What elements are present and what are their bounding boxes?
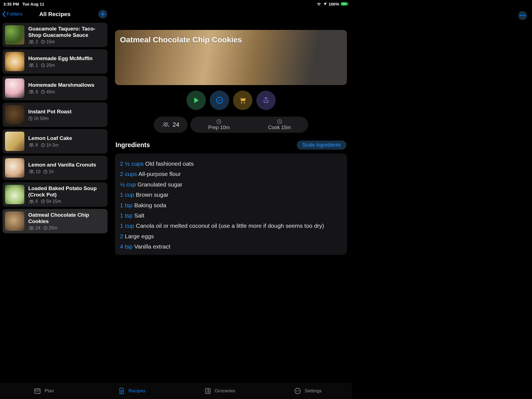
recipe-thumb: [5, 132, 24, 151]
svg-point-13: [32, 90, 33, 92]
recipe-item-title: Guacamole Taquero: Taco-Shop Guacamole S…: [28, 25, 104, 38]
recipe-thumb: [5, 52, 24, 71]
recipe-list-item[interactable]: Homemade Marshmallows 945m: [2, 76, 108, 100]
clock-icon: [216, 119, 221, 124]
svg-point-26: [32, 226, 33, 228]
ingredient-line[interactable]: 2 ½ cups Old fashioned oats: [120, 158, 342, 169]
svg-point-31: [164, 123, 165, 124]
svg-point-16: [30, 144, 31, 145]
action-row: [115, 91, 347, 110]
recipe-thumb: [5, 211, 24, 231]
time-pill: Prep 10m Cook 15m: [190, 117, 308, 133]
clock-icon: [277, 119, 282, 124]
time-meta: 5h 15m: [41, 199, 61, 204]
servings-meta: 8: [28, 143, 38, 148]
servings-meta: 24: [28, 226, 40, 231]
recipe-list-item[interactable]: Instant Pot Roast 1h 50m: [2, 103, 108, 127]
servings-meta: 9: [28, 89, 38, 94]
servings-meta: 10: [28, 169, 40, 174]
back-label: Folders: [7, 11, 22, 17]
recipe-item-title: Loaded Baked Potato Soup (Crock Pot): [28, 185, 104, 198]
svg-point-20: [32, 170, 33, 172]
ingredient-name: Old fashioned oats: [145, 160, 194, 167]
svg-point-32: [166, 123, 168, 124]
svg-point-19: [30, 170, 31, 172]
svg-point-12: [30, 90, 31, 92]
time-meta: 20m: [41, 63, 55, 68]
recipe-item-title: Lemon Loaf Cake: [28, 135, 104, 141]
ingredient-line[interactable]: 1 tsp Baking soda: [120, 200, 342, 210]
recipe-list-item[interactable]: Homemade Egg McMuffin 120m: [2, 49, 108, 74]
ingredient-amount: 1 cup: [120, 222, 134, 229]
recipe-thumb: [5, 158, 24, 178]
recipe-item-title: Homemade Marshmallows: [28, 82, 104, 88]
recipe-list-item[interactable]: Guacamole Taquero: Taco-Shop Guacamole S…: [2, 23, 108, 47]
prep-time: Prep 10m: [208, 125, 230, 131]
recipe-list-item[interactable]: Lemon and Vanilla Cronuts 101h: [2, 156, 108, 180]
recipe-list-item[interactable]: Oatmeal Chocolate Chip Cookies 2425m: [2, 209, 108, 233]
time-meta: 1h 50m: [28, 116, 48, 121]
ingredient-line[interactable]: ½ cup Granulated sugar: [120, 179, 342, 190]
add-to-groceries-button[interactable]: [233, 91, 252, 110]
svg-point-22: [30, 200, 31, 201]
recipe-thumb: [5, 105, 24, 124]
sidebar-header: Folders All Recipes: [0, 7, 110, 22]
recipe-detail: Oatmeal Chocolate Chip Cookies 24: [110, 22, 352, 263]
battery-pct: 100%: [329, 2, 339, 6]
recipe-thumb: [5, 78, 24, 98]
ingredient-name: Canola oil or melted coconut oil (use a …: [136, 222, 324, 229]
ingredient-line[interactable]: 1 tsp Salt: [120, 210, 342, 221]
battery-icon: [341, 2, 349, 6]
share-button[interactable]: [256, 91, 276, 110]
ingredient-name: Granulated sugar: [137, 181, 182, 188]
status-date: Tue Aug 11: [22, 2, 44, 6]
ingredient-amount: 1 cup: [120, 191, 134, 198]
cook-button[interactable]: [186, 91, 206, 110]
ingredient-line[interactable]: 1 cup Canola oil or melted coconut oil (…: [120, 221, 342, 231]
ingredient-amount: 1 tsp: [120, 202, 133, 208]
add-recipe-button[interactable]: [98, 10, 107, 19]
ingredient-amount: 1 tsp: [120, 212, 133, 219]
time-meta: 15m: [41, 39, 55, 44]
svg-point-9: [30, 64, 31, 65]
svg-point-7: [32, 40, 33, 42]
recipe-list-item[interactable]: Loaded Baked Potato Soup (Crock Pot) 65h…: [2, 182, 108, 207]
ingredient-name: All-purpose flour: [139, 171, 181, 177]
ingredient-name: Salt: [134, 212, 144, 219]
ingredients-box: 2 ½ cups Old fashioned oats2 cups All-pu…: [115, 154, 347, 255]
svg-point-6: [30, 40, 31, 42]
cook-time: Cook 15m: [268, 125, 291, 131]
servings-pill[interactable]: 24: [154, 117, 188, 133]
recipe-list[interactable]: Guacamole Taquero: Taco-Shop Guacamole S…: [0, 22, 110, 263]
back-button[interactable]: Folders: [2, 11, 22, 17]
ingredient-line[interactable]: 4 tsp Vanilla extract: [120, 241, 342, 252]
ingredient-name: Brown sugar: [136, 191, 168, 198]
svg-point-23: [32, 200, 33, 201]
page-title: All Recipes: [39, 11, 70, 17]
ingredient-name: Baking soda: [134, 202, 166, 208]
ingredient-amount: 2: [120, 233, 123, 239]
recipe-item-title: Instant Pot Roast: [28, 108, 104, 115]
servings-meta: 2: [28, 39, 38, 44]
ingredient-line[interactable]: 2 Large eggs: [120, 231, 342, 241]
time-meta: 1h 5m: [41, 143, 58, 148]
ingredients-heading: Ingredients: [116, 141, 150, 149]
svg-point-29: [241, 102, 242, 104]
svg-point-10: [32, 64, 33, 65]
location-icon: [323, 2, 327, 6]
source-link-button[interactable]: [210, 91, 229, 110]
ingredient-line[interactable]: 2 cups All-purpose flour: [120, 169, 342, 179]
status-time: 3:35 PM: [3, 2, 19, 6]
scale-ingredients-button[interactable]: Scale Ingredients: [297, 140, 346, 150]
ingredient-name: Vanilla extract: [134, 243, 170, 250]
recipe-list-item[interactable]: Lemon Loaf Cake 81h 5m: [2, 129, 108, 154]
recipe-item-title: Homemade Egg McMuffin: [28, 55, 104, 62]
ingredient-line[interactable]: 1 cup Brown sugar: [120, 190, 342, 200]
ingredient-name: Large eggs: [125, 233, 154, 239]
status-bar: 3:35 PM Tue Aug 11 100%: [0, 0, 352, 7]
recipe-thumb: [5, 25, 24, 45]
recipe-title: Oatmeal Chocolate Chip Cookies: [120, 35, 242, 44]
svg-point-30: [244, 102, 245, 104]
ingredient-amount: 4 tsp: [120, 243, 133, 250]
ingredient-amount: 2 cups: [120, 171, 137, 177]
